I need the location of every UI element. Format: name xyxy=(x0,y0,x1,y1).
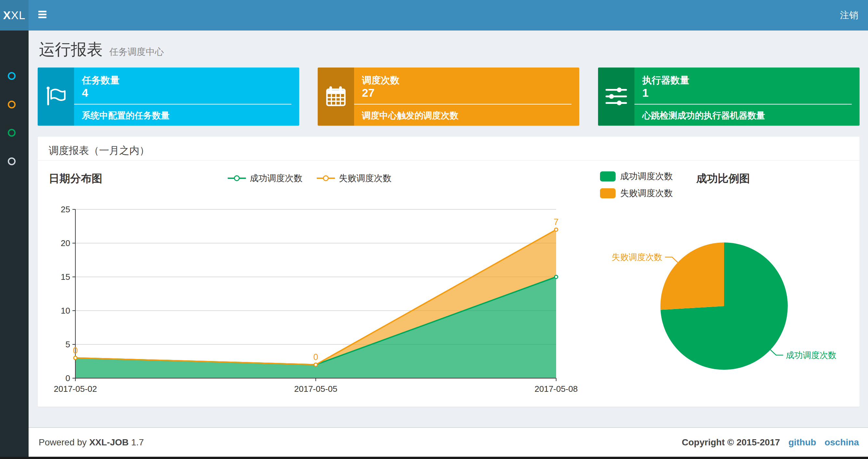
product-name: XXL-JOB xyxy=(89,437,129,447)
svg-text:失败调度次数: 失败调度次数 xyxy=(612,252,662,262)
sidebar-menu xyxy=(0,31,29,459)
stat-icon-area xyxy=(598,67,634,126)
svg-text:0: 0 xyxy=(66,373,70,383)
copyright-text: Copyright © 2015-2017 xyxy=(682,437,780,447)
stat-box-triggers: 调度次数 27 调度中心触发的调度次数 xyxy=(318,67,579,126)
pie-chart-title: 成功比例图 xyxy=(668,171,778,186)
sliders-icon xyxy=(606,86,627,107)
svg-text:15: 15 xyxy=(61,272,70,282)
svg-text:5: 5 xyxy=(66,339,70,349)
circle-icon xyxy=(8,158,16,165)
page-subtitle: 任务调度中心 xyxy=(109,47,164,57)
hamburger-menu-icon xyxy=(38,17,46,18)
sidebar-toggle-button[interactable] xyxy=(30,0,56,31)
hamburger-menu-icon xyxy=(38,11,46,12)
stat-icon-area xyxy=(318,67,354,126)
stat-description: 调度中心触发的调度次数 xyxy=(362,110,458,122)
legend-label: 失败调度次数 xyxy=(620,187,673,199)
page-heading: 运行报表 任务调度中心 xyxy=(39,39,164,65)
svg-text:2017-05-08: 2017-05-08 xyxy=(535,384,578,394)
circle-icon xyxy=(8,129,16,137)
stat-description: 心跳检测成功的执行器机器数量 xyxy=(642,110,765,122)
sidebar-item-1[interactable] xyxy=(0,61,29,90)
stat-title: 调度次数 xyxy=(362,74,400,87)
stat-divider xyxy=(634,104,852,104)
legend-item-success[interactable]: 成功调度次数 xyxy=(600,170,673,182)
stat-divider xyxy=(354,104,571,104)
stat-value: 4 xyxy=(82,86,88,99)
window-bottom-edge xyxy=(0,457,868,459)
stat-title: 执行器数量 xyxy=(642,74,689,87)
stat-icon-area xyxy=(38,67,74,126)
footer-powered-by: Powered by XXL-JOB 1.7 xyxy=(39,428,144,457)
sidebar-item-4[interactable] xyxy=(0,147,29,175)
svg-text:成功调度次数: 成功调度次数 xyxy=(786,350,836,360)
svg-text:7: 7 xyxy=(554,217,558,227)
legend-label: 成功调度次数 xyxy=(620,170,673,182)
legend-item-fail[interactable]: 失败调度次数 xyxy=(600,187,673,199)
stat-description: 系统中配置的任务数量 xyxy=(82,110,169,122)
logout-button[interactable]: 注销 xyxy=(830,0,868,31)
panel-header: 调度报表（一月之内） xyxy=(38,137,860,161)
stat-title: 任务数量 xyxy=(82,74,120,87)
sidebar-item-3[interactable] xyxy=(0,118,29,147)
stat-box-executors: 执行器数量 1 心跳检测成功的执行器机器数量 xyxy=(598,67,860,126)
footer-copyright: Copyright © 2015-2017 github oschina xyxy=(682,428,859,457)
oschina-link[interactable]: oschina xyxy=(825,437,859,447)
circle-icon xyxy=(8,101,16,108)
pie-chart-legend: 成功调度次数 失败调度次数 xyxy=(600,170,673,199)
stat-divider xyxy=(74,104,291,104)
logo-bold-letter: X xyxy=(3,9,11,22)
hamburger-menu-icon xyxy=(38,13,46,15)
svg-text:2017-05-02: 2017-05-02 xyxy=(54,384,97,394)
panel-title: 调度报表（一月之内） xyxy=(49,144,149,158)
circle-icon xyxy=(8,72,16,80)
stat-value: 27 xyxy=(362,86,375,99)
page-title: 运行报表 xyxy=(39,40,103,58)
stat-value: 1 xyxy=(642,86,648,99)
svg-text:10: 10 xyxy=(61,306,70,316)
svg-text:20: 20 xyxy=(61,238,70,248)
powered-prefix: Powered by xyxy=(39,437,87,447)
svg-text:25: 25 xyxy=(61,204,70,214)
date-distribution-chart: 05101520252017-05-022017-05-052017-05-08… xyxy=(38,161,582,407)
flag-icon xyxy=(45,86,67,107)
svg-text:2017-05-05: 2017-05-05 xyxy=(294,384,338,394)
github-link[interactable]: github xyxy=(788,437,816,447)
stat-box-jobs: 任务数量 4 系统中配置的任务数量 xyxy=(38,67,299,126)
success-ratio-pie-chart: 成功调度次数失败调度次数 xyxy=(601,230,848,380)
product-version: 1.7 xyxy=(131,437,144,447)
svg-text:0: 0 xyxy=(73,346,78,356)
page-footer: Powered by XXL-JOB 1.7 Copyright © 2015-… xyxy=(29,427,868,457)
report-panel: 调度报表（一月之内） 日期分布图 成功调度次数 失败调度次数 051015202… xyxy=(38,137,860,407)
pie-swatch-icon xyxy=(600,171,616,182)
app-logo[interactable]: XXL xyxy=(0,0,29,31)
logo-text-rest: XL xyxy=(11,9,26,22)
top-navbar: XXL 注销 xyxy=(0,0,868,31)
sidebar-item-2[interactable] xyxy=(0,90,29,119)
pie-swatch-icon xyxy=(600,188,616,198)
calendar-icon xyxy=(325,86,347,107)
svg-text:0: 0 xyxy=(313,352,318,362)
